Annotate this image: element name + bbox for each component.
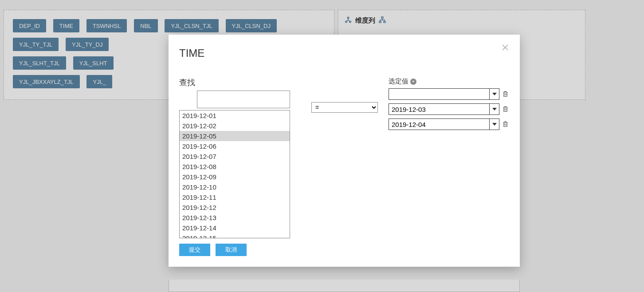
time-filter-modal: TIME 查找 2019-12-012019-12-022019-12-0520…: [169, 35, 520, 267]
date-option[interactable]: 2019-12-13: [180, 213, 290, 223]
cancel-button[interactable]: 取消: [216, 244, 247, 256]
submit-button[interactable]: 提交: [179, 244, 210, 256]
search-label: 查找: [179, 77, 301, 88]
date-option[interactable]: 2019-12-02: [180, 121, 290, 131]
search-input[interactable]: [197, 91, 290, 108]
modal-title: TIME: [179, 47, 509, 59]
add-value-button[interactable]: +: [410, 79, 416, 85]
date-option[interactable]: 2019-12-01: [180, 110, 290, 121]
date-options-list[interactable]: 2019-12-012019-12-022019-12-052019-12-06…: [179, 110, 290, 238]
delete-icon[interactable]: [502, 91, 509, 98]
date-option[interactable]: 2019-12-05: [180, 131, 290, 141]
selected-value-input[interactable]: [389, 104, 489, 114]
date-option[interactable]: 2019-12-08: [180, 162, 290, 172]
selected-value-input[interactable]: [389, 89, 489, 99]
date-option[interactable]: 2019-12-06: [180, 141, 290, 151]
selected-values-label: 选定值: [389, 77, 408, 86]
dropdown-caret[interactable]: [489, 89, 499, 99]
date-option[interactable]: 2019-12-12: [180, 202, 290, 213]
dropdown-caret[interactable]: [489, 104, 499, 114]
date-option[interactable]: 2019-12-09: [180, 172, 290, 182]
operator-select[interactable]: =: [311, 102, 378, 113]
delete-icon[interactable]: [502, 121, 509, 128]
dropdown-caret[interactable]: [489, 119, 499, 130]
date-option[interactable]: 2019-12-14: [180, 223, 290, 233]
selected-value-row: [389, 118, 509, 130]
date-option[interactable]: 2019-12-07: [180, 151, 290, 162]
date-option[interactable]: 2019-12-11: [180, 192, 290, 202]
selected-value-row: [389, 88, 509, 100]
modal-close-button[interactable]: [502, 44, 510, 52]
date-option[interactable]: 2019-12-10: [180, 182, 290, 192]
selected-value-row: [389, 103, 509, 115]
selected-value-input[interactable]: [389, 119, 489, 130]
delete-icon[interactable]: [502, 106, 509, 113]
date-option[interactable]: 2019-12-15: [180, 233, 290, 238]
